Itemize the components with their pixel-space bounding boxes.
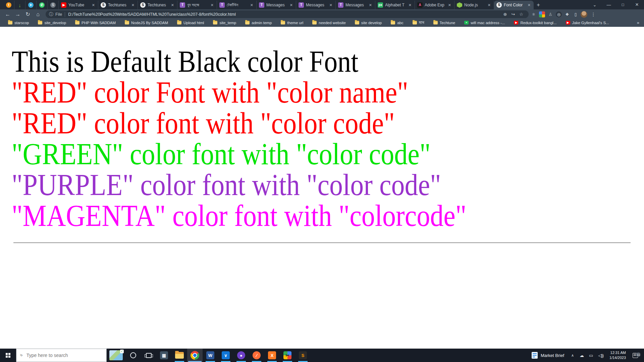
- tab-close-icon[interactable]: ✕: [527, 3, 531, 7]
- news-ticker-button[interactable]: Market Brief: [528, 352, 568, 359]
- tab-close-icon[interactable]: ✕: [368, 3, 373, 7]
- bookmarks-overflow-chevron[interactable]: »: [637, 20, 639, 25]
- task-view-button[interactable]: [141, 349, 156, 362]
- xampp-app[interactable]: X: [264, 349, 280, 362]
- bookmark-starscop[interactable]: starscop: [8, 20, 29, 25]
- bookmark-math[interactable]: ম্যাথ: [413, 20, 424, 25]
- bookmark-label: Redux-toolkit bangl...: [520, 21, 556, 25]
- bookmark-abc[interactable]: abc: [391, 20, 404, 25]
- back-button[interactable]: ←: [3, 10, 13, 19]
- tab-close-icon[interactable]: ✕: [408, 3, 412, 7]
- tab-favicon: ▶: [61, 2, 66, 8]
- bookmark-php-with-saddam[interactable]: PHP With SADDAM: [75, 20, 116, 25]
- zoom-icon[interactable]: ⊕: [501, 12, 509, 17]
- tab-khub-sohoje[interactable]: T খুব সহজে ✕: [177, 1, 217, 9]
- tab-font-color[interactable]: S Font Color ✕: [494, 1, 534, 9]
- bookmark-wifi-mac-address[interactable]: + wifi mac address -...: [464, 20, 505, 25]
- bookmark-theme-url[interactable]: theme url: [281, 20, 303, 25]
- camera-extension-icon[interactable]: ◎: [556, 11, 562, 17]
- tab-techtune-bn[interactable]: T টেকটিউন ✕: [217, 1, 257, 9]
- pinned-tabs: t ↓ ➤ ✆ S: [3, 1, 59, 9]
- taskbar-clock[interactable]: 12:31 AM 1/14/2023: [606, 350, 629, 360]
- snipping-tool-app[interactable]: ✂: [280, 349, 295, 362]
- bookmark-techtune[interactable]: Techtune: [433, 20, 455, 25]
- pinned-tab-favicon: ↓: [17, 2, 22, 8]
- reload-button[interactable]: ↻: [23, 10, 33, 19]
- volume-icon[interactable]: ◁)): [595, 353, 606, 358]
- news-ticker-label: Market Brief: [541, 353, 564, 358]
- home-button[interactable]: ⌂: [33, 10, 43, 19]
- news-widget-button[interactable]: [107, 349, 125, 362]
- tab-search-chevron-icon[interactable]: ⌄: [588, 0, 602, 9]
- tab-close-icon[interactable]: ✕: [447, 3, 452, 7]
- tab-techtunes-1[interactable]: S Techtunes ✕: [98, 1, 138, 9]
- tab-close-icon[interactable]: ✕: [131, 3, 135, 7]
- extensions-puzzle-icon[interactable]: ❖: [564, 11, 570, 17]
- tab-youtube[interactable]: ▶ YouTube ✕: [59, 1, 98, 9]
- bookmark-icon: ▶: [566, 21, 570, 24]
- github-desktop-app[interactable]: ●: [233, 349, 249, 362]
- tab-close-icon[interactable]: ✕: [487, 3, 491, 7]
- tab-close-icon[interactable]: ✕: [210, 3, 214, 7]
- tab-nodejs[interactable]: Node.js ✕: [454, 1, 494, 9]
- side-panel-icon[interactable]: ▯: [573, 11, 579, 17]
- action-center-button[interactable]: 11: [629, 353, 641, 358]
- tray-expand-chevron-icon[interactable]: ∧: [568, 353, 577, 358]
- tab-close-icon[interactable]: ✕: [289, 3, 293, 7]
- bookmark-star-icon[interactable]: ☆: [517, 12, 525, 17]
- bookmark-site-develop-2[interactable]: site develop: [355, 20, 382, 25]
- vscode-app[interactable]: ∨: [218, 349, 233, 362]
- taskbar-search[interactable]: ⌕: [16, 349, 107, 362]
- window-maximize-button[interactable]: □: [616, 0, 630, 9]
- tab-alphabet[interactable]: px Alphabet T ✕: [375, 1, 415, 9]
- file-explorer-app[interactable]: [172, 349, 187, 362]
- window-close-button[interactable]: ×: [630, 0, 644, 9]
- bookmark-admin-temp[interactable]: admin temp: [245, 20, 272, 25]
- bookmark-icon: [125, 21, 129, 24]
- colorful-extension-icon[interactable]: [539, 11, 545, 17]
- profile-avatar[interactable]: [581, 11, 587, 18]
- share-icon[interactable]: ↪: [509, 12, 517, 17]
- pinned-tab-downloads[interactable]: ↓: [14, 1, 25, 9]
- onedrive-icon[interactable]: ☁: [577, 353, 586, 358]
- tab-messages-3[interactable]: T Messages ✕: [336, 1, 375, 9]
- tab-adobe-express[interactable]: A Adobe Exp ✕: [415, 1, 454, 9]
- sublime-text-app[interactable]: S: [295, 349, 311, 362]
- page-info-icon[interactable]: ⓘ: [49, 11, 53, 17]
- pinned-tab-techtunes[interactable]: t: [3, 1, 14, 9]
- bookmark-site-temp[interactable]: site_temp: [213, 20, 236, 25]
- calculator-app[interactable]: ▦: [156, 349, 172, 362]
- address-bar[interactable]: ⓘ File D:/TechTune%20Post%20Write/SADDAM…: [46, 10, 529, 18]
- pinned-tab-whatsapp[interactable]: ✆: [37, 1, 48, 9]
- bookmark-jake-gyllenhaal[interactable]: ▶ Jake Gyllenhaal's S...: [566, 20, 609, 25]
- window-minimize-button[interactable]: —: [602, 0, 616, 9]
- bookmark-site-develop-1[interactable]: site_develop: [38, 20, 66, 25]
- new-tab-button[interactable]: +: [534, 1, 543, 9]
- tab-close-icon[interactable]: ✕: [329, 3, 333, 7]
- tab-close-icon[interactable]: ✕: [91, 3, 96, 7]
- tab-title: Messages: [345, 3, 366, 7]
- search-input[interactable]: [26, 353, 94, 358]
- forward-button[interactable]: →: [13, 10, 23, 19]
- bookmark-upload-html[interactable]: Upload html: [177, 20, 204, 25]
- postman-app[interactable]: ⁄: [249, 349, 264, 362]
- browser-menu-icon[interactable]: ⋮: [590, 12, 597, 17]
- tab-techtunes-2[interactable]: S Techtunes ✕: [138, 1, 177, 9]
- tab-messages-1[interactable]: T Messages ✕: [257, 1, 296, 9]
- pinned-tab-globe[interactable]: S: [48, 1, 59, 9]
- tab-close-icon[interactable]: ✕: [170, 3, 175, 7]
- tab-close-icon[interactable]: ✕: [250, 3, 254, 7]
- react-devtools-extension-icon[interactable]: ⚛: [531, 11, 537, 17]
- network-icon[interactable]: ▭: [586, 353, 595, 358]
- pinned-tab-favicon: ➤: [28, 2, 34, 8]
- start-button[interactable]: [0, 349, 16, 362]
- bookmark-redux-toolkit[interactable]: ▶ Redux-toolkit bangl...: [514, 20, 556, 25]
- word-app[interactable]: W: [203, 349, 218, 362]
- chrome-app[interactable]: [187, 349, 203, 362]
- gray-extension-icon[interactable]: ♙: [547, 11, 553, 17]
- cortana-button[interactable]: [125, 349, 141, 362]
- tab-messages-2[interactable]: T Messages ✕: [296, 1, 336, 9]
- bookmark-needed-website[interactable]: needed website: [312, 20, 346, 25]
- pinned-tab-telegram[interactable]: ➤: [25, 1, 37, 9]
- bookmark-nodejs-by-saddam[interactable]: NodeJS By SADDAM: [125, 20, 168, 25]
